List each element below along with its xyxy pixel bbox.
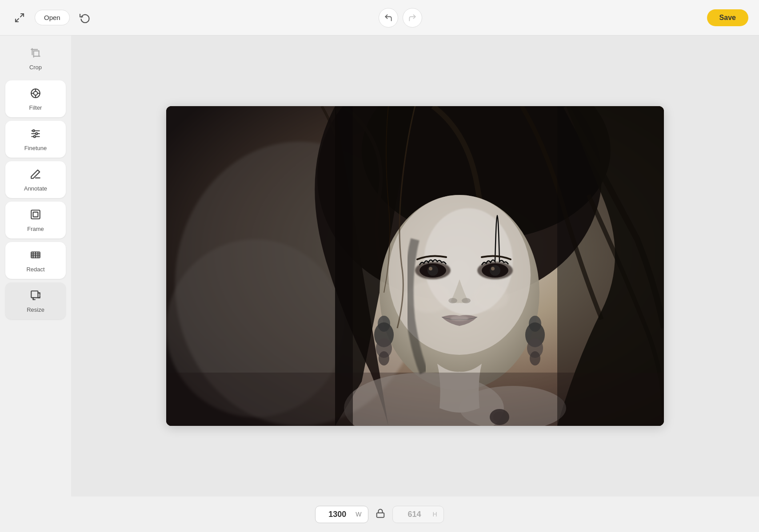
fullscreen-button[interactable] bbox=[11, 9, 28, 27]
portrait-svg bbox=[166, 106, 664, 426]
finetune-tool-button[interactable]: Finetune bbox=[5, 121, 66, 158]
resize-icon bbox=[30, 290, 41, 303]
svg-point-18 bbox=[36, 133, 37, 135]
history-button[interactable] bbox=[76, 9, 94, 27]
redact-icon bbox=[30, 249, 41, 262]
header-left: Open bbox=[11, 9, 94, 27]
svg-point-47 bbox=[491, 267, 495, 270]
bottom-bar: W H bbox=[0, 496, 759, 532]
resize-tool-button[interactable]: Resize bbox=[5, 282, 66, 319]
redact-tool-button[interactable]: Redact bbox=[5, 242, 66, 279]
header-center bbox=[379, 8, 422, 28]
svg-point-58 bbox=[379, 351, 389, 365]
redo-icon bbox=[408, 13, 417, 22]
lock-aspect-button[interactable] bbox=[373, 506, 388, 523]
undo-button[interactable] bbox=[379, 8, 398, 28]
finetune-icon bbox=[30, 128, 41, 141]
svg-rect-21 bbox=[33, 212, 38, 217]
svg-point-45 bbox=[490, 265, 500, 276]
svg-point-62 bbox=[530, 351, 540, 365]
svg-point-46 bbox=[429, 267, 432, 270]
crop-label: Crop bbox=[29, 64, 42, 71]
crop-tool-button[interactable]: Crop bbox=[5, 40, 66, 77]
redo-button[interactable] bbox=[403, 8, 422, 28]
svg-point-52 bbox=[473, 284, 508, 310]
svg-rect-67 bbox=[166, 373, 664, 426]
open-label: Open bbox=[44, 14, 60, 21]
main-area: Crop Filter bbox=[0, 36, 759, 496]
filter-icon bbox=[30, 87, 41, 101]
redact-label: Redact bbox=[26, 266, 44, 273]
height-label: H bbox=[433, 511, 437, 518]
svg-rect-28 bbox=[31, 291, 38, 298]
save-label: Save bbox=[719, 14, 736, 21]
svg-rect-20 bbox=[31, 210, 40, 219]
header: Open Save bbox=[0, 0, 759, 36]
history-icon bbox=[80, 12, 90, 23]
height-input[interactable] bbox=[399, 510, 430, 519]
header-right: Save bbox=[707, 9, 748, 26]
annotate-icon bbox=[30, 168, 41, 182]
frame-label: Frame bbox=[27, 226, 44, 232]
svg-rect-68 bbox=[376, 513, 384, 517]
lock-icon bbox=[376, 508, 385, 518]
width-input-container: W bbox=[315, 506, 368, 523]
filter-tool-button[interactable]: Filter bbox=[5, 80, 66, 117]
fullscreen-icon bbox=[14, 12, 25, 23]
height-input-container: H bbox=[392, 506, 444, 523]
finetune-label: Finetune bbox=[24, 145, 47, 151]
svg-point-19 bbox=[34, 135, 36, 137]
width-label: W bbox=[356, 511, 361, 518]
svg-point-50 bbox=[451, 316, 468, 321]
svg-point-9 bbox=[34, 91, 38, 95]
undo-icon bbox=[384, 13, 393, 22]
width-input[interactable] bbox=[322, 510, 353, 519]
open-button[interactable]: Open bbox=[35, 10, 70, 25]
resize-label: Resize bbox=[27, 306, 44, 313]
portrait-canvas bbox=[166, 106, 664, 426]
annotate-tool-button[interactable]: Annotate bbox=[5, 161, 66, 198]
svg-point-44 bbox=[427, 265, 438, 276]
svg-point-49 bbox=[462, 298, 471, 303]
filter-label: Filter bbox=[29, 104, 42, 111]
annotate-label: Annotate bbox=[24, 185, 47, 192]
frame-icon bbox=[30, 209, 41, 222]
image-container bbox=[166, 106, 664, 426]
save-button[interactable]: Save bbox=[707, 9, 748, 26]
frame-tool-button[interactable]: Frame bbox=[5, 202, 66, 238]
canvas-area bbox=[71, 36, 759, 496]
sidebar: Crop Filter bbox=[0, 36, 71, 496]
crop-icon bbox=[30, 47, 41, 60]
svg-point-17 bbox=[33, 130, 35, 131]
